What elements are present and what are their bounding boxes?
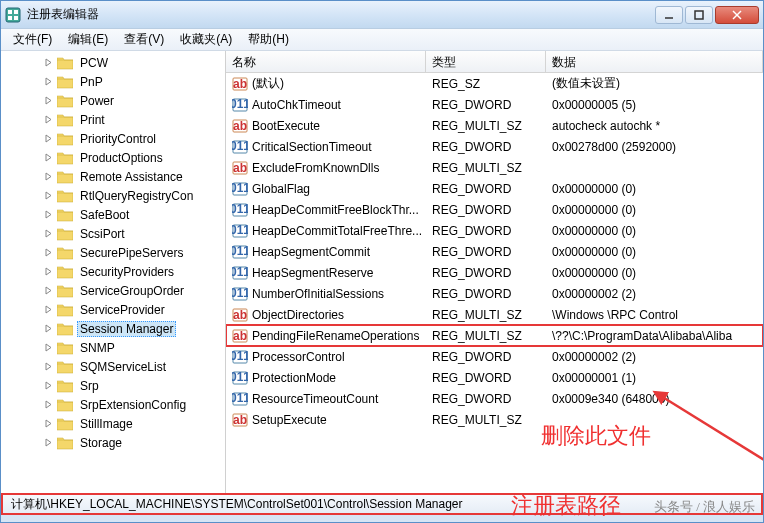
tree-item-label: Power: [77, 94, 117, 108]
close-button[interactable]: [715, 6, 759, 24]
menu-file[interactable]: 文件(F): [5, 29, 60, 50]
expand-icon[interactable]: [43, 399, 54, 410]
expand-icon[interactable]: [43, 133, 54, 144]
list-body[interactable]: ab(默认)REG_SZ(数值未设置)011AutoChkTimeoutREG_…: [226, 73, 763, 493]
binary-value-icon: 011: [232, 223, 248, 239]
tree-item[interactable]: SQMServiceList: [1, 357, 225, 376]
tree-item[interactable]: Session Manager: [1, 319, 225, 338]
tree-item[interactable]: Print: [1, 110, 225, 129]
tree-item[interactable]: SecurityProviders: [1, 262, 225, 281]
value-name: (默认): [252, 75, 284, 92]
menu-edit[interactable]: 编辑(E): [60, 29, 116, 50]
list-row[interactable]: 011HeapSegmentReserveREG_DWORD0x00000000…: [226, 262, 763, 283]
list-row[interactable]: 011ResourceTimeoutCountREG_DWORD0x0009e3…: [226, 388, 763, 409]
tree-item[interactable]: ScsiPort: [1, 224, 225, 243]
expand-icon[interactable]: [43, 76, 54, 87]
list-row[interactable]: 011HeapDeCommitTotalFreeThre...REG_DWORD…: [226, 220, 763, 241]
expand-icon[interactable]: [43, 285, 54, 296]
svg-text:011: 011: [232, 370, 248, 384]
expand-icon[interactable]: [43, 190, 54, 201]
expand-icon[interactable]: [43, 152, 54, 163]
value-name: ProtectionMode: [252, 371, 336, 385]
list-row[interactable]: 011GlobalFlagREG_DWORD0x00000000 (0): [226, 178, 763, 199]
tree-item[interactable]: Storage: [1, 433, 225, 452]
value-name: NumberOfInitialSessions: [252, 287, 384, 301]
cell-name: 011GlobalFlag: [226, 179, 426, 199]
list-row[interactable]: 011NumberOfInitialSessionsREG_DWORD0x000…: [226, 283, 763, 304]
list-row[interactable]: 011ProcessorControlREG_DWORD0x00000002 (…: [226, 346, 763, 367]
tree-container[interactable]: PCWPnPPowerPrintPriorityControlProductOp…: [1, 51, 225, 493]
list-row[interactable]: abPendingFileRenameOperationsREG_MULTI_S…: [226, 325, 763, 346]
cell-type: REG_SZ: [426, 75, 546, 93]
expand-icon[interactable]: [43, 437, 54, 448]
header-data[interactable]: 数据: [546, 51, 763, 72]
tree-item[interactable]: ServiceProvider: [1, 300, 225, 319]
tree-item[interactable]: PnP: [1, 72, 225, 91]
binary-value-icon: 011: [232, 265, 248, 281]
value-name: HeapSegmentReserve: [252, 266, 373, 280]
expand-icon[interactable]: [43, 247, 54, 258]
tree-item[interactable]: SrpExtensionConfig: [1, 395, 225, 414]
folder-icon: [57, 265, 73, 279]
tree-item[interactable]: SecurePipeServers: [1, 243, 225, 262]
svg-text:011: 011: [232, 265, 248, 279]
expand-icon[interactable]: [43, 95, 54, 106]
window-controls: [655, 6, 759, 24]
expand-icon[interactable]: [43, 114, 54, 125]
value-name: ResourceTimeoutCount: [252, 392, 378, 406]
minimize-button[interactable]: [655, 6, 683, 24]
list-row[interactable]: 011HeapSegmentCommitREG_DWORD0x00000000 …: [226, 241, 763, 262]
svg-text:011: 011: [232, 97, 248, 111]
svg-text:ab: ab: [233, 308, 247, 322]
tree-item-label: SrpExtensionConfig: [77, 398, 189, 412]
tree-item[interactable]: Power: [1, 91, 225, 110]
expand-icon[interactable]: [43, 323, 54, 334]
menu-view[interactable]: 查看(V): [116, 29, 172, 50]
content-area: PCWPnPPowerPrintPriorityControlProductOp…: [1, 51, 763, 493]
tree-item[interactable]: SafeBoot: [1, 205, 225, 224]
cell-name: 011HeapSegmentCommit: [226, 242, 426, 262]
list-row[interactable]: 011AutoChkTimeoutREG_DWORD0x00000005 (5): [226, 94, 763, 115]
expand-icon[interactable]: [43, 361, 54, 372]
header-name[interactable]: 名称: [226, 51, 426, 72]
tree-item[interactable]: Srp: [1, 376, 225, 395]
svg-text:011: 011: [232, 244, 248, 258]
list-row[interactable]: abExcludeFromKnownDllsREG_MULTI_SZ: [226, 157, 763, 178]
binary-value-icon: 011: [232, 97, 248, 113]
list-row[interactable]: 011HeapDeCommitFreeBlockThr...REG_DWORD0…: [226, 199, 763, 220]
statusbar-path: 计算机\HKEY_LOCAL_MACHINE\SYSTEM\ControlSet…: [11, 496, 463, 513]
menu-favorites[interactable]: 收藏夹(A): [172, 29, 240, 50]
menu-help[interactable]: 帮助(H): [240, 29, 297, 50]
titlebar: 注册表编辑器: [1, 1, 763, 29]
tree-item[interactable]: ServiceGroupOrder: [1, 281, 225, 300]
expand-icon[interactable]: [43, 228, 54, 239]
expand-icon[interactable]: [43, 266, 54, 277]
tree-item[interactable]: SNMP: [1, 338, 225, 357]
cell-data: 0x00000000 (0): [546, 201, 763, 219]
expand-icon[interactable]: [43, 57, 54, 68]
header-type[interactable]: 类型: [426, 51, 546, 72]
tree-panel: PCWPnPPowerPrintPriorityControlProductOp…: [1, 51, 226, 493]
svg-text:ab: ab: [233, 329, 247, 343]
tree-item[interactable]: ProductOptions: [1, 148, 225, 167]
tree-item[interactable]: PCW: [1, 53, 225, 72]
expand-icon[interactable]: [43, 418, 54, 429]
list-row[interactable]: 011ProtectionModeREG_DWORD0x00000001 (1): [226, 367, 763, 388]
list-row[interactable]: abObjectDirectoriesREG_MULTI_SZ\Windows …: [226, 304, 763, 325]
expand-icon[interactable]: [43, 304, 54, 315]
tree-item[interactable]: Remote Assistance: [1, 167, 225, 186]
list-row[interactable]: abSetupExecuteREG_MULTI_SZ: [226, 409, 763, 430]
maximize-button[interactable]: [685, 6, 713, 24]
list-row[interactable]: abBootExecuteREG_MULTI_SZautocheck autoc…: [226, 115, 763, 136]
tree-item[interactable]: StillImage: [1, 414, 225, 433]
expand-icon[interactable]: [43, 380, 54, 391]
tree-item-label: SecurePipeServers: [77, 246, 186, 260]
tree-item[interactable]: PriorityControl: [1, 129, 225, 148]
expand-icon[interactable]: [43, 209, 54, 220]
expand-icon[interactable]: [43, 171, 54, 182]
tree-item[interactable]: RtlQueryRegistryCon: [1, 186, 225, 205]
folder-icon: [57, 151, 73, 165]
list-row[interactable]: 011CriticalSectionTimeoutREG_DWORD0x0027…: [226, 136, 763, 157]
list-row[interactable]: ab(默认)REG_SZ(数值未设置): [226, 73, 763, 94]
expand-icon[interactable]: [43, 342, 54, 353]
